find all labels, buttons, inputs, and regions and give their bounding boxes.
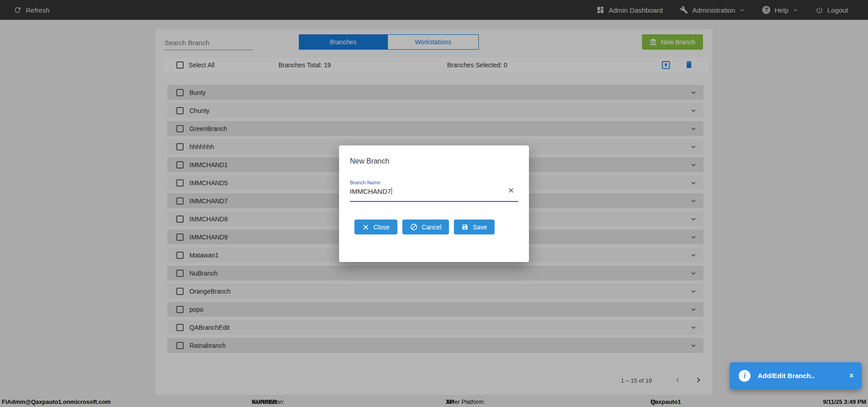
branch-name-input[interactable]: IMMCHAND7: [350, 186, 392, 196]
toast-notification: i Add/Edit Branch.. ×: [730, 362, 862, 389]
branch-name-input-value: IMMCHAND7: [350, 187, 391, 195]
dialog-title: New Branch: [350, 157, 389, 165]
info-icon: i: [739, 370, 750, 382]
cancel-label: Cancel: [422, 224, 442, 231]
save-button[interactable]: Save: [454, 220, 495, 234]
branch-name-field-label: Branch Name: [350, 180, 380, 185]
close-icon: [362, 224, 369, 231]
save-icon: [462, 224, 468, 230]
text-cursor: [392, 187, 392, 195]
input-underline: [350, 201, 518, 202]
close-button[interactable]: Close: [354, 220, 397, 234]
close-label: Close: [373, 224, 390, 231]
toast-message: Add/Edit Branch..: [758, 362, 815, 389]
cancel-button[interactable]: Cancel: [402, 220, 449, 234]
block-icon: [410, 223, 418, 231]
toast-close-button[interactable]: ×: [849, 362, 854, 389]
close-icon: [508, 187, 514, 194]
save-label: Save: [472, 224, 487, 231]
new-branch-dialog: New Branch Branch Name IMMCHAND7 Close C…: [339, 145, 529, 262]
clear-input-button[interactable]: [508, 187, 514, 196]
dialog-buttons: Close Cancel Save: [354, 220, 495, 234]
